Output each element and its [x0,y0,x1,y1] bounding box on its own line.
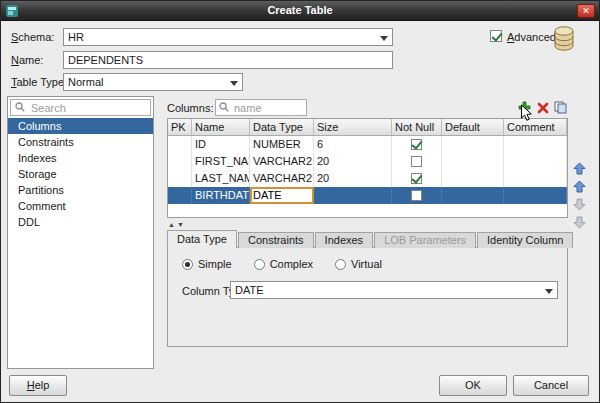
tab-indexes[interactable]: Indexes [315,232,374,248]
table-row[interactable]: IDNUMBER6 [168,136,567,153]
cell-not-null[interactable] [392,187,442,204]
radio-label: Virtual [351,258,382,270]
cell-pk[interactable] [168,153,192,170]
cell-default[interactable] [442,170,504,187]
radio-virtual[interactable]: Virtual [335,258,382,270]
cell-comment[interactable] [504,153,567,170]
cell-default[interactable] [442,153,504,170]
sidebar-search[interactable] [10,99,151,116]
collapse-down-icon[interactable]: ▼ [177,221,184,228]
cell-pk[interactable] [168,136,192,153]
radio-complex[interactable]: Complex [254,258,313,270]
cell-data-type[interactable]: DATE [250,187,314,204]
columns-filter-input[interactable] [232,101,303,115]
chevron-down-icon [545,289,553,294]
tab-constraints[interactable]: Constraints [238,232,314,248]
grid-header-pk[interactable]: PK [168,119,192,135]
column-type-select[interactable]: DATE [230,281,558,299]
plus-icon [518,101,531,116]
add-column-button[interactable] [517,101,532,116]
cell-data-type[interactable]: VARCHAR2 [250,153,314,170]
cell-comment[interactable] [504,187,567,204]
move-buttons [572,162,587,230]
radio-label: Complex [270,258,313,270]
up-arrow-icon [573,180,586,195]
move-down-button[interactable] [572,198,587,212]
search-icon [15,102,25,114]
grid-header-name[interactable]: Name [192,119,250,135]
cell-default[interactable] [442,187,504,204]
name-field[interactable] [63,51,393,69]
create-table-dialog: Create Table ✕ Schema: HR Advanced Name:… [0,0,600,403]
cell-name[interactable]: FIRST_NAME [192,153,250,170]
grid-header-comment[interactable]: Comment [504,119,567,135]
table-row[interactable]: BIRTHDATEDATE [168,187,567,204]
cell-default[interactable] [442,136,504,153]
copy-column-button[interactable] [553,101,568,116]
grid-header-default[interactable]: Default [442,119,504,135]
radio-simple[interactable]: Simple [182,258,232,270]
table-type-select[interactable]: Normal [63,73,243,91]
move-top-button[interactable] [572,162,587,176]
splitter-handle[interactable]: ▲ ▼ [168,221,184,228]
cell-size[interactable]: 20 [314,170,392,187]
cell-data-type[interactable]: NUMBER [250,136,314,153]
cell-comment[interactable] [504,136,567,153]
sidebar-search-input[interactable] [29,101,146,115]
tab-lob-parameters[interactable]: LOB Parameters [374,232,476,248]
close-button[interactable]: ✕ [577,4,595,18]
cell-not-null[interactable] [392,153,442,170]
cell-name[interactable]: BIRTHDATE [192,187,250,204]
cell-size[interactable] [314,187,392,204]
columns-filter[interactable] [215,99,307,116]
cell-name[interactable]: LAST_NAME [192,170,250,187]
tab-data-type[interactable]: Data Type [167,230,237,248]
move-bottom-button[interactable] [572,216,587,230]
advanced-label: Advanced [507,31,556,43]
cancel-button[interactable]: Cancel [513,375,589,396]
sidebar-item-indexes[interactable]: Indexes [8,150,153,166]
delete-column-button[interactable] [535,101,550,116]
advanced-checkbox[interactable] [490,30,502,42]
schema-label: Schema: [11,31,54,43]
sidebar-item-storage[interactable]: Storage [8,166,153,182]
schema-select[interactable]: HR [63,28,393,46]
not-null-checkbox[interactable] [411,173,422,184]
grid-header-row: PKNameData TypeSizeNot NullDefaultCommen… [168,119,567,136]
not-null-checkbox[interactable] [411,190,422,201]
cell-size[interactable]: 20 [314,153,392,170]
cell-comment[interactable] [504,170,567,187]
cell-pk[interactable] [168,170,192,187]
table-row[interactable]: LAST_NAMEVARCHAR220 [168,170,567,187]
cell-not-null[interactable] [392,170,442,187]
sidebar-item-ddl[interactable]: DDL [8,214,153,230]
sidebar-item-comment[interactable]: Comment [8,198,153,214]
not-null-checkbox[interactable] [411,156,422,167]
title-bar[interactable]: Create Table ✕ [1,1,599,21]
collapse-up-icon[interactable]: ▲ [168,221,175,228]
ok-button[interactable]: OK [439,375,507,396]
copy-icon [554,101,567,116]
cell-size[interactable]: 6 [314,136,392,153]
sidebar-item-columns[interactable]: Columns [8,118,153,134]
move-up-button[interactable] [572,180,587,194]
not-null-checkbox[interactable] [411,139,422,150]
table-type-value: Normal [68,76,103,88]
table-row[interactable]: FIRST_NAMEVARCHAR220 [168,153,567,170]
columns-toolbar [517,101,568,116]
help-button[interactable]: Help [9,375,67,396]
grid-header-not-null[interactable]: Not Null [392,119,442,135]
sidebar-tree: ColumnsConstraintsIndexesStoragePartitio… [8,118,153,230]
grid-header-size[interactable]: Size [314,119,392,135]
cell-pk[interactable] [168,187,192,204]
tab-identity-column[interactable]: Identity Column [477,232,573,248]
sidebar: ColumnsConstraintsIndexesStoragePartitio… [7,96,154,369]
sidebar-item-constraints[interactable]: Constraints [8,134,153,150]
cell-not-null[interactable] [392,136,442,153]
grid-header-data-type[interactable]: Data Type [250,119,314,135]
cell-name[interactable]: ID [192,136,250,153]
sidebar-item-partitions[interactable]: Partitions [8,182,153,198]
chevron-down-icon [230,81,238,86]
columns-grid: PKNameData TypeSizeNot NullDefaultCommen… [167,118,568,218]
cell-data-type[interactable]: VARCHAR2 [250,170,314,187]
